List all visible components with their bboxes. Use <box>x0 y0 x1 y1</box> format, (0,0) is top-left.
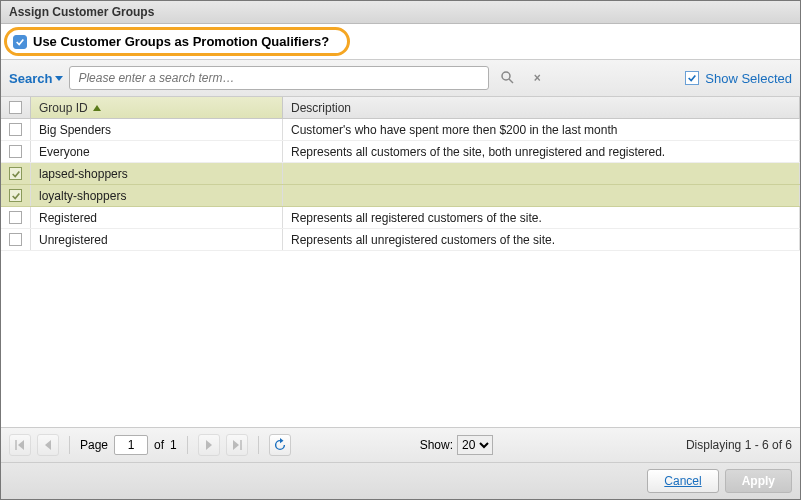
header-group-id[interactable]: Group ID <box>31 97 283 118</box>
row-checkbox[interactable] <box>9 145 22 158</box>
cancel-button[interactable]: Cancel <box>647 469 718 493</box>
grid-header: Group ID Description <box>1 97 800 119</box>
first-page-icon <box>15 440 25 450</box>
check-icon <box>687 73 697 83</box>
table-row[interactable]: EveryoneRepresents all customers of the … <box>1 141 800 163</box>
last-page-icon <box>232 440 242 450</box>
cell-group-id: Registered <box>31 207 283 228</box>
dialog-title: Assign Customer Groups <box>1 1 800 24</box>
search-button[interactable] <box>495 66 519 90</box>
header-description-label: Description <box>291 101 351 115</box>
refresh-button[interactable] <box>269 434 291 456</box>
page-size-select[interactable]: 20 <box>457 435 493 455</box>
separator <box>187 436 188 454</box>
search-icon <box>500 70 514 87</box>
separator <box>69 436 70 454</box>
page-input[interactable] <box>114 435 148 455</box>
sort-asc-icon <box>93 105 101 111</box>
check-icon <box>15 37 25 47</box>
row-checkbox[interactable] <box>9 167 22 180</box>
of-label: of <box>154 438 164 452</box>
cell-description: Represents all registered customers of t… <box>283 207 800 228</box>
prev-icon <box>44 440 52 450</box>
displaying-label: Displaying 1 - 6 of 6 <box>622 438 792 452</box>
search-dropdown-label: Search <box>9 71 52 86</box>
first-page-button[interactable] <box>9 434 31 456</box>
prev-page-button[interactable] <box>37 434 59 456</box>
row-checkbox-cell[interactable] <box>1 229 31 250</box>
grid-body: Big SpendersCustomer's who have spent mo… <box>1 119 800 427</box>
cell-description <box>283 163 800 184</box>
row-checkbox-cell[interactable] <box>1 185 31 206</box>
search-dropdown[interactable]: Search <box>9 71 63 86</box>
svg-line-1 <box>509 79 513 83</box>
row-checkbox-cell[interactable] <box>1 207 31 228</box>
row-checkbox[interactable] <box>9 189 22 202</box>
row-checkbox-cell[interactable] <box>1 163 31 184</box>
cell-group-id: Unregistered <box>31 229 283 250</box>
show-selected-label: Show Selected <box>705 71 792 86</box>
page-label: Page <box>80 438 108 452</box>
total-pages: 1 <box>170 438 177 452</box>
chevron-down-icon <box>55 76 63 81</box>
customer-groups-grid: Group ID Description Big SpendersCustome… <box>1 97 800 427</box>
header-checkbox-cell[interactable] <box>1 97 31 118</box>
close-icon: × <box>534 71 541 85</box>
separator <box>258 436 259 454</box>
table-row[interactable]: RegisteredRepresents all registered cust… <box>1 207 800 229</box>
qualifier-row: Use Customer Groups as Promotion Qualifi… <box>4 27 350 56</box>
next-icon <box>205 440 213 450</box>
dialog-footer: Cancel Apply <box>1 462 800 499</box>
pager-bar: Page of 1 Show: 20 Displaying 1 - 6 of 6 <box>1 427 800 462</box>
cell-description <box>283 185 800 206</box>
cell-description: Represents all unregistered customers of… <box>283 229 800 250</box>
check-icon <box>11 191 21 201</box>
cell-group-id: loyalty-shoppers <box>31 185 283 206</box>
show-selected-checkbox <box>685 71 699 85</box>
toolbar: Search × Show Selected <box>1 59 800 97</box>
cell-description: Customer's who have spent more then $200… <box>283 119 800 140</box>
cell-group-id: Big Spenders <box>31 119 283 140</box>
row-checkbox[interactable] <box>9 211 22 224</box>
table-row[interactable]: lapsed-shoppers <box>1 163 800 185</box>
apply-button[interactable]: Apply <box>725 469 792 493</box>
table-row[interactable]: UnregisteredRepresents all unregistered … <box>1 229 800 251</box>
cell-description: Represents all customers of the site, bo… <box>283 141 800 162</box>
last-page-button[interactable] <box>226 434 248 456</box>
qualifier-checkbox[interactable] <box>13 35 27 49</box>
row-checkbox-cell[interactable] <box>1 119 31 140</box>
header-description[interactable]: Description <box>283 97 800 118</box>
clear-search-button[interactable]: × <box>525 66 549 90</box>
show-selected-toggle[interactable]: Show Selected <box>685 71 792 86</box>
select-all-checkbox[interactable] <box>9 101 22 114</box>
row-checkbox-cell[interactable] <box>1 141 31 162</box>
table-row[interactable]: loyalty-shoppers <box>1 185 800 207</box>
row-checkbox[interactable] <box>9 123 22 136</box>
qualifier-label: Use Customer Groups as Promotion Qualifi… <box>33 34 329 49</box>
row-checkbox[interactable] <box>9 233 22 246</box>
svg-point-0 <box>502 72 510 80</box>
refresh-icon <box>273 438 287 452</box>
header-group-id-label: Group ID <box>39 101 88 115</box>
next-page-button[interactable] <box>198 434 220 456</box>
search-input[interactable] <box>69 66 489 90</box>
pager-center: Show: 20 <box>297 435 616 455</box>
show-label: Show: <box>420 438 453 452</box>
check-icon <box>11 169 21 179</box>
table-row[interactable]: Big SpendersCustomer's who have spent mo… <box>1 119 800 141</box>
cell-group-id: lapsed-shoppers <box>31 163 283 184</box>
cell-group-id: Everyone <box>31 141 283 162</box>
